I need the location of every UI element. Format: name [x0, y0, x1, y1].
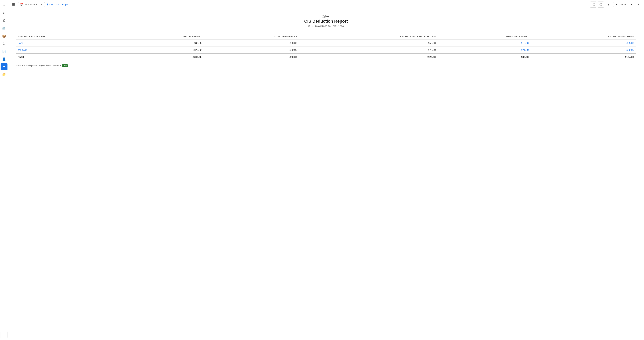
document-icon[interactable]: 📄 [0, 48, 8, 55]
company-name: Zylker [16, 15, 636, 18]
print-button[interactable] [598, 1, 604, 8]
total-materials: £80.00 [204, 53, 299, 60]
table-cell[interactable]: Malcolm [16, 46, 126, 54]
report-title: CIS Deduction Report [16, 19, 636, 24]
col-gross: GROSS AMOUNT [126, 33, 204, 40]
customise-report-link[interactable]: ⚙ Customise Report [46, 3, 70, 6]
col-materials: COST OF MATERIALS [204, 33, 299, 40]
cell-link[interactable]: £21.00 [521, 48, 529, 51]
table-cell: £50.00 [299, 40, 438, 46]
sidebar-expand-button[interactable]: › [0, 331, 8, 338]
cell-link[interactable]: John [18, 41, 24, 44]
person-icon[interactable]: 👤 [0, 55, 8, 62]
report-area: Zylker CIS Deduction Report From 10/01/2… [8, 9, 644, 340]
report-header: Zylker CIS Deduction Report From 10/01/2… [16, 15, 636, 28]
share-button[interactable] [590, 1, 596, 8]
table-cell[interactable]: £99.00 [531, 46, 636, 54]
table-cell[interactable]: John [16, 40, 126, 46]
export-dropdown[interactable]: Export As ▼ [613, 2, 634, 7]
svg-point-2 [594, 5, 594, 6]
building-icon[interactable]: 🏛 [0, 17, 8, 24]
close-button[interactable]: × [636, 1, 642, 8]
close-icon: × [638, 2, 640, 6]
report-date-range: From 10/01/2020 To 10/31/2020 [16, 25, 636, 28]
customise-label: Customise Report [50, 3, 70, 6]
cart-icon[interactable]: 🛒 [0, 25, 8, 32]
footer-note-text: **Amount is displayed in your base curre… [16, 64, 61, 67]
table-cell: £70.00 [299, 46, 438, 54]
table-row: Malcolm£120.00£50.00£70.00£21.00£99.00 [16, 46, 636, 54]
date-filter-dropdown[interactable]: 📅 This Month ▼ [18, 2, 45, 7]
svg-point-0 [594, 3, 594, 4]
cell-link[interactable]: £99.00 [626, 48, 634, 51]
table-cell: £30.00 [204, 40, 299, 46]
chevron-down-icon: ▼ [41, 3, 43, 5]
total-label: Total [16, 53, 126, 60]
svg-rect-5 [600, 5, 602, 6]
currency-badge: GBP [62, 64, 68, 67]
toolbar-left: ☰ 📅 This Month ▼ ⚙ Customise Report [10, 1, 588, 8]
cell-link[interactable]: £65.00 [626, 41, 634, 44]
footer-note: **Amount is displayed in your base curre… [16, 64, 636, 67]
table-cell[interactable]: £65.00 [531, 40, 636, 46]
table-cell: £120.00 [126, 46, 204, 54]
table-cell: £50.00 [204, 46, 299, 54]
hamburger-button[interactable]: ☰ [10, 1, 16, 8]
svg-line-4 [593, 4, 594, 4]
calendar-icon: 📅 [20, 3, 24, 6]
customise-icon: ⚙ [46, 3, 49, 6]
shopping-bag-icon[interactable]: 🛍 [0, 9, 8, 16]
total-liable: £120.00 [299, 53, 438, 60]
total-gross: £200.00 [126, 53, 204, 60]
date-filter-label: This Month [24, 3, 37, 6]
box-icon[interactable]: 📦 [0, 32, 8, 39]
main-content: ☰ 📅 This Month ▼ ⚙ Customise Report [8, 0, 644, 340]
cell-link[interactable]: Malcolm [18, 48, 27, 51]
home-icon[interactable]: ⌂ [0, 2, 8, 9]
table-cell[interactable]: £15.00 [438, 40, 531, 46]
table-cell: £80.00 [126, 40, 204, 46]
export-arrow-icon: ▼ [629, 2, 634, 6]
export-label: Export As [613, 2, 629, 7]
col-liable: AMOUNT LIABLE TO DEDUCTION [299, 33, 438, 40]
sidebar: ⌂ 🛍 🏛 🛒 📦 ⏱ 📄 👤 📁 › [0, 0, 8, 340]
toolbar: ☰ 📅 This Month ▼ ⚙ Customise Report [8, 0, 644, 9]
svg-point-1 [592, 4, 593, 5]
cell-link[interactable]: £15.00 [521, 41, 529, 44]
folder-icon[interactable]: 📁 [0, 71, 8, 78]
col-subcontractor: SUBCONTRACTOR NAME [16, 33, 126, 40]
table-row: John£80.00£30.00£50.00£15.00£65.00 [16, 40, 636, 46]
total-deducted: £36.00 [438, 53, 531, 60]
table-cell[interactable]: £21.00 [438, 46, 531, 54]
clock-icon[interactable]: ⏱ [0, 40, 8, 47]
toolbar-right: ▼ Export As ▼ × [590, 1, 642, 8]
col-deducted: DEDUCTED AMOUNT [438, 33, 531, 40]
total-payable: £164.00 [531, 53, 636, 60]
print-dropdown-button[interactable]: ▼ [606, 1, 612, 8]
svg-line-3 [593, 4, 594, 5]
report-table: SUBCONTRACTOR NAME GROSS AMOUNT COST OF … [16, 33, 636, 60]
col-payable: AMOUNT PAYABLE/PAID [531, 33, 636, 40]
chart-icon[interactable] [0, 63, 8, 70]
